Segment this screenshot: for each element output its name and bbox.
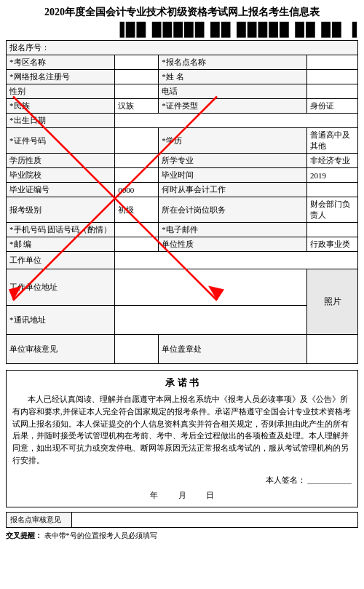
major-value[interactable]: 非经济专业 <box>307 154 358 168</box>
photo-cell: 照片 <box>307 269 358 335</box>
zipcode-label: *邮 编 <box>7 237 115 252</box>
unit-review-label: 单位审核意见 <box>7 335 115 364</box>
form-row-5: *证件号码 *学历 普通高中及其他 <box>7 128 358 154</box>
review-section: 报名点审核意见 <box>6 512 358 528</box>
ethnicity-value[interactable]: 汉族 <box>115 99 159 114</box>
applylevel-label: 报考级别 <box>7 197 115 223</box>
edu-value[interactable]: 普通高中及其他 <box>307 128 358 154</box>
form-row-7: 毕业院校 毕业时间 2019 <box>7 168 358 183</box>
workunit-value[interactable] <box>115 252 358 269</box>
diplomanum-label: 毕业证编号 <box>7 183 115 197</box>
gender-label: 性别 <box>7 84 115 99</box>
gender-value[interactable] <box>115 84 159 99</box>
contactaddr-label: *通讯地址 <box>7 306 115 335</box>
contactaddr-value[interactable] <box>115 306 307 335</box>
mobile-value[interactable] <box>115 223 159 237</box>
kaoquname-label: *考区名称 <box>7 55 115 70</box>
year-label: 年 <box>150 491 158 499</box>
form-row-11: *邮 编 单位性质 行政事业类 <box>7 237 358 252</box>
seal-label: 单位盖章处 <box>159 335 307 364</box>
form-row-10: *手机号码 固话号码（酌情） *电子邮件 <box>7 223 358 237</box>
gradyear-value[interactable]: 2019 <box>307 168 358 183</box>
kaoquname-value[interactable] <box>115 55 159 70</box>
workunit-row: 工作单位 <box>7 252 358 269</box>
unit-review-value[interactable] <box>115 335 159 364</box>
footer-note-text: 表中带*号的位置报考人员必须填写 <box>44 531 157 539</box>
school-value[interactable] <box>115 168 159 183</box>
regnum-value[interactable] <box>115 70 159 84</box>
page-title: 2020年度全国会计专业技术初级资格考试网上报名考生信息表 <box>6 6 358 19</box>
ethnicity-label: *民族 <box>7 99 115 114</box>
email-value[interactable] <box>307 223 358 237</box>
pledge-section: 承 诺 书 本人已经认真阅读、理解并自愿遵守本网上报名系统中《报考人员必读事项》… <box>6 370 358 507</box>
baomingname-label: *报名点名称 <box>159 55 307 70</box>
idnum-value[interactable] <box>115 128 159 154</box>
signature-line: 本人签名： ___________ <box>12 475 352 486</box>
month-label: 月 <box>178 491 186 499</box>
workstart-value[interactable] <box>307 183 358 197</box>
edunature-label: 学历性质 <box>7 154 115 168</box>
form-row-1: *考区名称 *报名点名称 <box>7 55 358 70</box>
pledge-text: 本人已经认真阅读、理解并自愿遵守本网上报名系统中《报考人员必读事项》及《公告》所… <box>12 394 352 467</box>
registration-review-row: 报名点审核意见 <box>7 512 358 527</box>
workaddr-row: 工作单位地址 照片 <box>7 269 358 306</box>
idtype-label: *证件类型 <box>159 99 307 114</box>
seal-value[interactable] <box>307 335 358 364</box>
signature-label: 本人签名： <box>266 475 306 484</box>
seq-row: 报名序号： <box>7 41 358 55</box>
major-label: 所学专业 <box>159 154 307 168</box>
workunit-label: 工作单位 <box>7 252 115 269</box>
workaddr-value[interactable] <box>115 269 307 306</box>
form-row-4: *民族 汉族 *证件类型 身份证 <box>7 99 358 114</box>
birthday-value[interactable] <box>115 114 358 128</box>
form-row-3: 性别 电话 <box>7 84 358 99</box>
date-line: 年 月 日 <box>12 490 352 501</box>
position-value[interactable]: 财会部门负责人 <box>307 197 358 223</box>
registration-review-value[interactable] <box>72 512 358 527</box>
idnum-label: *证件号码 <box>7 128 115 154</box>
workaddr-label: 工作单位地址 <box>7 269 115 306</box>
unittype-value[interactable]: 行政事业类 <box>307 237 358 252</box>
seq-label: 报名序号： <box>7 41 358 55</box>
regnum-label: *网络报名注册号 <box>7 70 115 84</box>
barcode: ▐██ █████ ██ █████ ██ ██ ▐ <box>6 22 358 37</box>
signature-blank: ___________ <box>308 475 352 484</box>
email-label: *电子邮件 <box>159 223 307 237</box>
name-label: *姓 名 <box>159 70 307 84</box>
school-label: 毕业院校 <box>7 168 115 183</box>
day-label: 日 <box>206 491 214 499</box>
unittype-label: 单位性质 <box>159 237 307 252</box>
idtype-value[interactable]: 身份证 <box>307 99 358 114</box>
pledge-title: 承 诺 书 <box>12 376 352 390</box>
birthday-label: *出生日期 <box>7 114 115 128</box>
registration-review-label: 报名点审核意见 <box>7 512 72 527</box>
gradyear-label: 毕业时间 <box>159 168 307 183</box>
form-row-9: 报考级别 初级 所在会计岗位职务 财会部门负责人 <box>7 197 358 223</box>
edunature-value[interactable] <box>115 154 159 168</box>
mobile-label: *手机号码 固话号码（酌情） <box>7 223 115 237</box>
form-row-2: *网络报名注册号 *姓 名 <box>7 70 358 84</box>
applylevel-value[interactable]: 初级 <box>115 197 159 223</box>
form-row-8: 毕业证编号 0000 何时从事会计工作 <box>7 183 358 197</box>
zipcode-value[interactable] <box>115 237 159 252</box>
baomingname-value[interactable] <box>307 55 358 70</box>
footer-section: 交叉提醒： 表中带*号的位置报考人员必须填写 <box>6 531 358 541</box>
edu-label: *学历 <box>159 128 307 154</box>
diplomanum-value[interactable]: 0000 <box>115 183 159 197</box>
contact-row: *通讯地址 <box>7 306 358 335</box>
registration-form: 报名序号： *考区名称 *报名点名称 *网络报名注册号 *姓 名 性别 电话 *… <box>6 40 358 364</box>
position-label: 所在会计岗位职务 <box>159 197 307 223</box>
workstart-label: 何时从事会计工作 <box>159 183 307 197</box>
phone-label: 电话 <box>159 84 307 99</box>
phone-value[interactable] <box>307 84 358 99</box>
form-row-6: 学历性质 所学专业 非经济专业 <box>7 154 358 168</box>
review-row: 单位审核意见 单位盖章处 <box>7 335 358 364</box>
name-value[interactable] <box>307 70 358 84</box>
exchange-tip-label: 交叉提醒： <box>6 531 42 539</box>
form-row-3b: *出生日期 <box>7 114 358 128</box>
